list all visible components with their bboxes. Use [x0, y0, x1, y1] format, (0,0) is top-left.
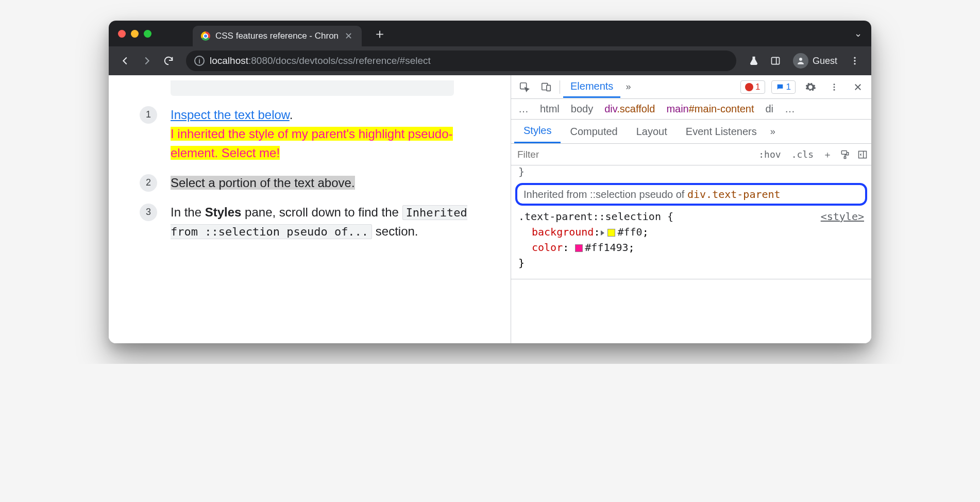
- chrome-favicon-icon: [201, 31, 210, 41]
- styles-subtabs: Styles Computed Layout Event Listeners »: [511, 120, 871, 144]
- step-2-text[interactable]: Select a portion of the text above.: [171, 176, 355, 190]
- address-bar[interactable]: i localhost:8080/docs/devtools/css/refer…: [186, 51, 736, 71]
- window-controls: [118, 30, 151, 38]
- settings-icon[interactable]: [800, 77, 821, 97]
- svg-point-2: [799, 58, 802, 61]
- inherited-selector[interactable]: div.text-parent: [687, 188, 781, 200]
- tab-elements[interactable]: Elements: [563, 76, 620, 98]
- svg-rect-12: [841, 150, 847, 154]
- profile-chip[interactable]: Guest: [788, 51, 842, 71]
- url-host: localhost: [210, 55, 248, 66]
- separator: [560, 80, 560, 94]
- crumb-ellipsis[interactable]: …: [518, 103, 529, 115]
- labs-icon[interactable]: [745, 52, 763, 70]
- new-style-rule-icon[interactable]: ＋: [819, 148, 836, 161]
- browser-window: CSS features reference - Chron ✕ ＋ ⌄ i l…: [109, 21, 871, 343]
- highlighted-text[interactable]: I inherited the style of my parent's hig…: [171, 127, 453, 160]
- svg-rect-14: [859, 151, 867, 158]
- reload-button[interactable]: [159, 52, 178, 70]
- back-button[interactable]: [116, 52, 134, 70]
- css-rule[interactable]: <style> .text-parent::selection { backgr…: [511, 208, 871, 276]
- browser-tab[interactable]: CSS features reference - Chron ✕: [193, 26, 362, 46]
- rule-selector[interactable]: .text-parent::selection {: [518, 209, 864, 224]
- color-swatch-color[interactable]: [575, 244, 583, 252]
- url-path: /docs/devtools/css/reference/#select: [273, 55, 431, 66]
- rule-close-brace: }: [518, 255, 864, 271]
- new-tab-button[interactable]: ＋: [373, 25, 386, 43]
- crumb-body[interactable]: body: [571, 103, 593, 115]
- site-info-icon[interactable]: i: [194, 56, 205, 66]
- crumb-di[interactable]: di: [766, 103, 774, 115]
- expand-icon[interactable]: [601, 230, 604, 236]
- tabs-overflow-icon[interactable]: ⌄: [854, 28, 862, 39]
- subtab-styles[interactable]: Styles: [514, 120, 561, 143]
- paint-icon[interactable]: [836, 149, 854, 160]
- color-swatch-background[interactable]: [607, 229, 615, 237]
- error-badge[interactable]: 1: [740, 80, 765, 94]
- tab-title: CSS features reference - Chron: [215, 31, 339, 41]
- subtab-layout[interactable]: Layout: [627, 121, 677, 143]
- rule-fragment: }: [511, 165, 871, 178]
- subtab-computed[interactable]: Computed: [561, 121, 627, 143]
- minimize-window-button[interactable]: [131, 30, 139, 38]
- collapsed-block: [171, 80, 454, 96]
- inspect-element-icon[interactable]: [514, 77, 535, 97]
- svg-point-5: [854, 63, 855, 64]
- svg-point-9: [834, 83, 835, 85]
- panel-icon[interactable]: [766, 52, 785, 70]
- breadcrumb[interactable]: … html body div.scaffold main#main-conte…: [511, 99, 871, 120]
- styles-filter-input[interactable]: [511, 146, 753, 163]
- device-toggle-icon[interactable]: [536, 77, 556, 97]
- crumb-main[interactable]: main#main-content: [666, 103, 754, 115]
- crumb-html[interactable]: html: [540, 103, 560, 115]
- css-declaration-background[interactable]: background:#ff0;: [518, 224, 864, 240]
- svg-point-10: [834, 86, 835, 88]
- profile-label: Guest: [813, 56, 837, 66]
- maximize-window-button[interactable]: [144, 30, 151, 38]
- step-1: Inspect the text below. I inherited the …: [140, 105, 495, 163]
- cls-toggle[interactable]: .cls: [786, 147, 819, 162]
- steps-list: Inspect the text below. I inherited the …: [140, 105, 495, 241]
- toggle-sidebar-icon[interactable]: [854, 149, 871, 160]
- hov-toggle[interactable]: :hov: [753, 147, 786, 162]
- tabs-more-icon[interactable]: »: [621, 81, 635, 92]
- css-declaration-color[interactable]: color: #ff1493;: [518, 240, 864, 255]
- browser-toolbar: i localhost:8080/docs/devtools/css/refer…: [109, 46, 871, 75]
- inherited-from-header[interactable]: Inherited from ::selection pseudo of div…: [515, 183, 867, 206]
- crumb-end[interactable]: …: [785, 103, 795, 115]
- svg-rect-13: [844, 157, 846, 158]
- avatar-icon: [793, 53, 808, 69]
- titlebar: CSS features reference - Chron ✕ ＋ ⌄: [109, 21, 871, 46]
- step-3: In the Styles pane, scroll down to find …: [140, 203, 495, 241]
- url-text: localhost:8080/docs/devtools/css/referen…: [210, 55, 431, 66]
- subtab-event-listeners[interactable]: Event Listeners: [677, 121, 766, 143]
- svg-point-3: [854, 57, 855, 59]
- step-2: Select a portion of the text above.: [140, 173, 495, 192]
- kebab-menu-icon[interactable]: [846, 52, 864, 70]
- styles-bold: Styles: [205, 205, 242, 219]
- content-area: Inspect the text below. I inherited the …: [109, 75, 871, 343]
- close-window-button[interactable]: [118, 30, 126, 38]
- styles-filterbar: :hov .cls ＋: [511, 144, 871, 165]
- svg-point-4: [854, 60, 855, 61]
- forward-button[interactable]: [138, 52, 156, 70]
- devtools-panel: Elements » 1 1: [511, 75, 871, 343]
- devtools-toolbar: Elements » 1 1: [511, 75, 871, 99]
- svg-rect-0: [771, 57, 779, 64]
- message-badge[interactable]: 1: [771, 80, 796, 94]
- subtabs-more-icon[interactable]: »: [766, 126, 780, 137]
- crumb-div-scaffold[interactable]: div.scaffold: [604, 103, 655, 115]
- page-viewport: Inspect the text below. I inherited the …: [109, 75, 511, 343]
- close-devtools-icon[interactable]: [848, 77, 868, 97]
- devtools-kebab-icon[interactable]: [824, 77, 844, 97]
- svg-rect-8: [547, 85, 550, 91]
- svg-point-11: [834, 89, 835, 90]
- rule-source-link[interactable]: <style>: [821, 209, 864, 224]
- inspect-link[interactable]: Inspect the text below: [171, 108, 290, 122]
- close-tab-icon[interactable]: ✕: [344, 30, 353, 42]
- url-port: :8080: [248, 55, 273, 66]
